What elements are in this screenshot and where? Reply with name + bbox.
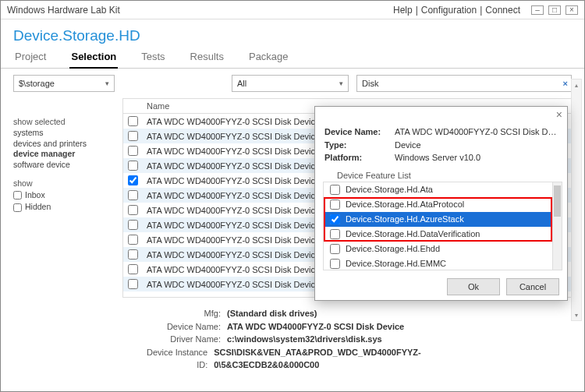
feature-row[interactable]: Device.Storage.Hd.Ata — [324, 182, 562, 197]
dlg-devname-label: Device Name: — [324, 125, 395, 139]
mfg-label: Mfg: — [141, 307, 227, 320]
show-selected-label: show selected — [13, 117, 122, 126]
window-controls: – □ × — [531, 5, 578, 15]
ok-button[interactable]: Ok — [447, 278, 500, 295]
nav-item[interactable]: device manager — [13, 149, 122, 160]
scope-value: $\storage — [19, 79, 55, 88]
feature-list-header: Device Feature List — [315, 168, 567, 182]
tab-project[interactable]: Project — [13, 48, 48, 68]
feature-checkbox[interactable] — [330, 200, 340, 210]
scope-combo[interactable]: $\storage ▾ — [13, 75, 115, 92]
header-links: Help | Configuration | Connect — [393, 5, 520, 16]
type-value: Disk — [362, 79, 378, 88]
details-panel: Mfg:(Standard disk drives) Device Name:A… — [1, 301, 584, 372]
chevron-down-icon: ▾ — [105, 79, 109, 87]
show-label: show — [13, 178, 122, 188]
row-checkbox[interactable] — [128, 264, 138, 274]
row-checkbox[interactable] — [128, 190, 138, 200]
feature-dialog: × Device Name:ATA WDC WD4000FYYZ-0 SCSI … — [314, 106, 568, 301]
dlg-type-label: Type: — [324, 139, 395, 152]
row-checkbox[interactable] — [128, 220, 138, 230]
app-window: Windows Hardware Lab Kit Help | Configur… — [0, 0, 585, 392]
devname-value: ATA WDC WD4000FYYZ-0 SCSI Disk Device — [227, 320, 404, 334]
feature-row[interactable]: Device.Storage.Hd.Ehdd — [324, 242, 562, 256]
tab-package[interactable]: Package — [247, 48, 290, 68]
instance-label: Device Instance ID: — [141, 346, 214, 372]
minimize-button[interactable]: – — [531, 5, 544, 15]
side-panel: show selected systemsdevices and printer… — [13, 98, 122, 298]
header-link-help[interactable]: Help — [393, 5, 413, 16]
feature-checkbox[interactable] — [330, 229, 340, 239]
feature-label: Device.Storage.Hd.Ehdd — [346, 244, 440, 253]
tabs: ProjectSelectionTestsResultsPackage — [1, 48, 584, 69]
scrollbar[interactable]: ▴ ▾ — [571, 79, 582, 321]
nav-item[interactable]: devices and printers — [13, 139, 122, 150]
category-combo[interactable]: All ▾ — [232, 75, 349, 92]
filter-bar: $\storage ▾ All ▾ Disk × — [1, 69, 584, 98]
dlg-devname-value: ATA WDC WD4000FYYZ-0 SCSI Disk Dev... — [395, 125, 558, 139]
devname-label: Device Name: — [141, 320, 227, 334]
feature-row[interactable]: Device.Storage.Hd.AzureStack — [324, 212, 562, 227]
tab-selection[interactable]: Selection — [69, 48, 118, 69]
checkbox[interactable] — [13, 191, 22, 200]
nav-item[interactable]: systems — [13, 128, 122, 139]
feature-row[interactable]: Device.Storage.Hd.AtaProtocol — [324, 197, 562, 212]
tab-tests[interactable]: Tests — [140, 48, 166, 68]
chevron-down-icon: ▾ — [339, 79, 343, 87]
show-option-label: Inbox — [25, 189, 45, 202]
scroll-up-icon[interactable]: ▴ — [572, 79, 581, 90]
row-checkbox[interactable] — [128, 175, 138, 185]
feature-row[interactable]: Device.Storage.Hd.DataVerification — [324, 227, 562, 242]
instance-value: SCSI\DISK&VEN_ATA&PROD_WDC_WD4000FYYZ-0\… — [214, 346, 475, 372]
feature-label: Device.Storage.Hd.AtaProtocol — [346, 200, 464, 209]
cancel-button[interactable]: Cancel — [506, 278, 559, 295]
feature-list: Device.Storage.Hd.AtaDevice.Storage.Hd.A… — [323, 182, 562, 271]
driver-label: Driver Name: — [141, 333, 227, 346]
row-checkbox[interactable] — [128, 279, 138, 289]
row-checkbox[interactable] — [128, 146, 138, 156]
header-link-configuration[interactable]: Configuration — [421, 5, 477, 16]
type-combo[interactable]: Disk × — [356, 75, 572, 92]
nav-item[interactable]: software device — [13, 160, 122, 171]
show-option[interactable]: Hidden — [13, 201, 122, 214]
feature-label: Device.Storage.Hd.EMMC — [346, 259, 446, 268]
feature-label: Device.Storage.Hd.DataVerification — [346, 229, 480, 238]
header-link-connect[interactable]: Connect — [485, 5, 520, 16]
show-option-label: Hidden — [25, 201, 51, 214]
feature-row[interactable]: Device.Storage.Hd.EMMC — [324, 256, 562, 271]
window-title: Windows Hardware Lab Kit — [7, 5, 120, 16]
close-button[interactable]: × — [566, 5, 578, 15]
show-option[interactable]: Inbox — [13, 189, 122, 202]
page-heading: Device.Storage.HD — [1, 19, 584, 48]
feature-label: Device.Storage.Hd.AzureStack — [346, 214, 464, 224]
scroll-down-icon[interactable]: ▾ — [572, 309, 581, 320]
tab-results[interactable]: Results — [189, 48, 225, 68]
dialog-scrollbar[interactable] — [552, 182, 562, 270]
feature-checkbox[interactable] — [330, 244, 340, 254]
dlg-platform-value: Windows Server v10.0 — [395, 151, 558, 164]
dlg-platform-label: Platform: — [324, 151, 395, 164]
row-checkbox[interactable] — [128, 235, 138, 245]
row-checkbox[interactable] — [128, 249, 138, 260]
checkbox[interactable] — [13, 203, 22, 212]
dlg-type-value: Device — [395, 139, 558, 152]
driver-value: c:\windows\system32\drivers\disk.sys — [227, 333, 382, 346]
row-checkbox[interactable] — [128, 131, 138, 141]
dialog-close-icon[interactable]: × — [556, 108, 562, 121]
feature-checkbox[interactable] — [330, 259, 340, 269]
maximize-button[interactable]: □ — [548, 5, 561, 15]
row-checkbox[interactable] — [128, 161, 138, 171]
row-checkbox[interactable] — [128, 205, 138, 215]
titlebar: Windows Hardware Lab Kit Help | Configur… — [1, 1, 584, 19]
feature-checkbox[interactable] — [330, 185, 340, 195]
feature-checkbox[interactable] — [330, 214, 340, 224]
feature-label: Device.Storage.Hd.Ata — [346, 185, 433, 194]
clear-icon[interactable]: × — [563, 79, 568, 88]
mfg-value: (Standard disk drives) — [227, 307, 317, 320]
row-checkbox[interactable] — [128, 116, 138, 126]
category-value: All — [237, 79, 246, 88]
